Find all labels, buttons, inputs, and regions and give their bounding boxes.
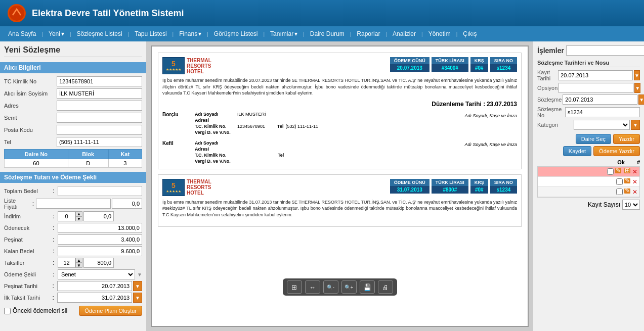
isim-input[interactable]: [57, 88, 142, 99]
toolbar-arrows-btn[interactable]: ↔: [305, 280, 320, 294]
kayit-sayisi-label: Kayıt Sayısı: [588, 201, 620, 208]
pesinat-tarihi-cal[interactable]: ▼: [133, 281, 142, 291]
islemler-search[interactable]: [566, 45, 644, 56]
nav-yeni[interactable]: Yeni ▾: [45, 28, 68, 39]
doc-preview: 5 ★★★★★ THERMAL RESORTS HOTEL: [151, 45, 529, 327]
tc-input[interactable]: [57, 76, 142, 86]
rpay-icons-2[interactable]: ✎ ✕: [624, 178, 637, 185]
nav-tanimlar[interactable]: Tanımlar ▾: [266, 28, 302, 39]
odenecek-input[interactable]: [58, 223, 142, 233]
app-logo: [8, 4, 26, 22]
indirim-row: İndirim : ▲ ▼: [4, 211, 142, 221]
opsiyon-input[interactable]: [559, 83, 633, 93]
spinner-down[interactable]: ▼: [75, 216, 82, 221]
toolbar-fit-btn[interactable]: ⊞: [287, 280, 302, 294]
blok-val: D: [68, 159, 108, 168]
onceki-ode-checkbox[interactable]: [4, 308, 11, 314]
nav-tapu-listesi[interactable]: Tapu Listesi: [131, 28, 170, 39]
rpay-icons-3[interactable]: ✎ ✕: [624, 188, 637, 196]
logo-thermal: THERMAL: [187, 58, 211, 63]
taksit-spinner-up[interactable]: ▲: [75, 258, 82, 263]
imza-label-1: Adı Soyadı, Kaşe ve İmza: [464, 113, 517, 118]
spinner-up[interactable]: ▲: [75, 211, 82, 216]
ilk-taksit-label: İlk Taksit Tarihi: [4, 295, 49, 301]
kalan-bedel-input[interactable]: [58, 246, 142, 256]
tc-row: TC Kimlik No: [4, 76, 142, 86]
nav-gorusme[interactable]: Görüşme Listesi: [210, 28, 262, 39]
right-payment-list: ✎ ⊞ ✕ ✎ ✕ ✎ ✕: [537, 166, 640, 198]
islemler-title: İşlemler: [537, 46, 564, 55]
pesinat-tarihi-input[interactable]: [57, 281, 132, 291]
sozlesme-tarihi-input[interactable]: [563, 94, 637, 105]
sozlesme-tarihi-cal[interactable]: ▼: [638, 94, 644, 105]
liste-fiyati-input2[interactable]: [112, 199, 142, 209]
odeme-sekli-select[interactable]: Senet: [58, 269, 135, 279]
pesinat-tarihi-label: Peşinat Tarihi: [4, 283, 49, 289]
tel-label: Tel: [4, 139, 55, 145]
nav-yonetim[interactable]: Yönetim: [424, 28, 455, 39]
rpay-check-2[interactable]: [616, 178, 623, 185]
toolbar-zoom-in-btn[interactable]: 🔍+: [341, 280, 357, 294]
rpay-check-1[interactable]: [607, 168, 614, 175]
logo-star-box-2: 5 ★★★★★: [162, 179, 185, 196]
indirim-input2[interactable]: [83, 211, 114, 221]
taksit-spinner-down[interactable]: ▼: [75, 263, 82, 268]
odeme-plan-button[interactable]: Ödeme Planı Oluştur: [79, 306, 142, 316]
ilk-taksit-input[interactable]: [57, 293, 132, 303]
odeme-yazdr-button[interactable]: Ödeme Yazdır: [593, 146, 640, 156]
toplam-bedel-input[interactable]: [58, 186, 142, 196]
toolbar-zoom-out-btn[interactable]: 🔍-: [323, 280, 338, 294]
nav-finans[interactable]: Finans ▾: [175, 28, 205, 39]
toolbar-save-btn[interactable]: 💾: [360, 280, 375, 294]
kaydet-button[interactable]: Kaydet: [563, 146, 591, 156]
indirim-label: İndirim: [4, 213, 50, 219]
tarih-section: Sözleşme Tarihleri ve Nosu Kayıt Tarihi …: [537, 60, 640, 130]
kategori-select[interactable]: [574, 120, 630, 130]
nav-analizler[interactable]: Analizler: [389, 28, 420, 39]
doc-scrollable[interactable]: 5 ★★★★★ THERMAL RESORTS HOTEL: [152, 46, 528, 326]
nav-raporlar[interactable]: Raporlar: [353, 28, 384, 39]
daire-sec-button[interactable]: Daire Seç: [576, 134, 611, 144]
adres-label: Adres: [4, 103, 55, 109]
yazdr-button[interactable]: Yazdır: [613, 134, 640, 144]
posta-input[interactable]: [57, 125, 142, 135]
blok-header: Blok: [68, 150, 108, 159]
adres-row: Adres: [4, 101, 142, 111]
nav-cikis[interactable]: Çıkış: [459, 28, 481, 39]
kayit-tarihi-input[interactable]: [558, 70, 633, 80]
onceki-ode-label: Önceki ödemeleri sil: [13, 307, 67, 314]
nav-daire-durum[interactable]: Daire Durum: [306, 28, 349, 39]
onceki-ode-row: Önceki ödemeleri sil Ödeme Planı Oluştur: [4, 306, 142, 316]
bono2-sira-box: SIRA NO s1234: [490, 179, 517, 194]
rpay-check-3[interactable]: [616, 188, 623, 195]
liste-fiyati-input[interactable]: [36, 199, 111, 209]
tel-input[interactable]: [57, 137, 142, 147]
semt-input[interactable]: [57, 113, 142, 123]
bono2-body: İş bu emre muharrer senedim mukabilinde …: [162, 199, 517, 218]
rpay-row-3: ✎ ✕: [538, 187, 639, 197]
alici-section-title: Alıcı Bilgileri: [0, 62, 146, 73]
nav-sozlesme-listesi[interactable]: Sözleşme Listesi: [73, 28, 126, 39]
main-content: Yeni Sözleşme Alıcı Bilgileri TC Kimlik …: [0, 41, 644, 331]
odenecek-label: Ödenecek: [4, 225, 50, 231]
semt-row: Semt: [4, 113, 142, 123]
rpay-icons-1[interactable]: ✎ ⊞ ✕: [615, 168, 637, 175]
daire-no-header: Daire No: [5, 150, 68, 159]
kayit-sayisi-select[interactable]: 10 25 50: [622, 200, 640, 210]
kategori-cal[interactable]: ▼: [631, 120, 640, 130]
taksitler-input2[interactable]: [83, 258, 114, 268]
posta-row: Posta Kodu: [4, 125, 142, 135]
kayit-tarihi-cal[interactable]: ▼: [634, 70, 640, 80]
nav-ana-sayfa[interactable]: Ana Sayfa: [4, 28, 40, 39]
taksitler-spinner[interactable]: ▲ ▼: [58, 258, 82, 268]
ilk-taksit-cal[interactable]: ▼: [133, 293, 142, 303]
top-header: Elektra Devre Tatil Yönetim Sistemi: [0, 0, 644, 26]
borcu-label: Borçlu: [162, 112, 193, 136]
indirim-spinner[interactable]: ▲ ▼: [58, 211, 82, 221]
pesinat-input[interactable]: [58, 234, 142, 245]
liste-fiyati-label: Liste Fiyatı: [4, 198, 30, 210]
toolbar-print-btn[interactable]: 🖨: [378, 280, 393, 294]
adres-input[interactable]: [57, 101, 142, 111]
opsiyon-cal[interactable]: ▼: [634, 83, 640, 93]
sozlesme-no-input[interactable]: [565, 107, 640, 117]
